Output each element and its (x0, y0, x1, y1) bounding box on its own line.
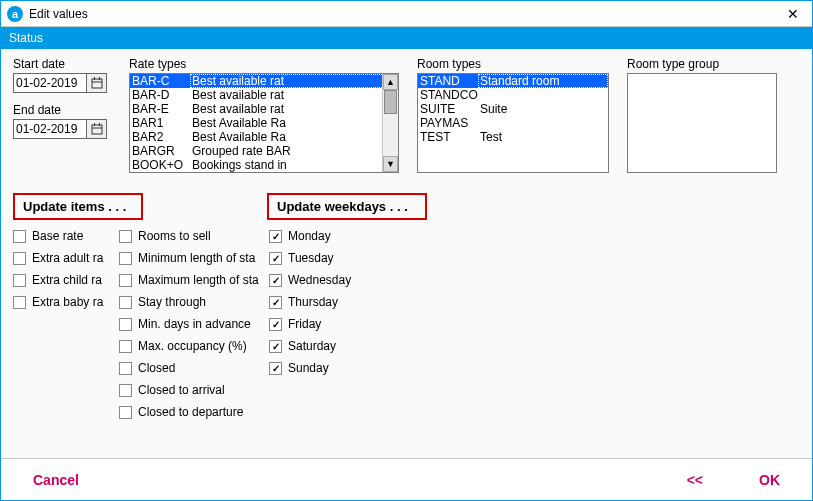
checkbox[interactable] (13, 252, 26, 265)
room-type-row[interactable]: TESTTest (418, 130, 608, 144)
checkbox-label: Max. occupancy (%) (138, 339, 247, 353)
checkbox[interactable] (119, 318, 132, 331)
room-type-row[interactable]: PAYMAS (418, 116, 608, 130)
weekday-item: Tuesday (269, 250, 389, 266)
window: a Edit values ✕ Status Start date End da… (0, 0, 813, 501)
end-date-calendar-icon[interactable] (87, 119, 107, 139)
room-type-row[interactable]: STANDStandard room (418, 74, 608, 88)
scroll-down-icon[interactable]: ▼ (383, 156, 398, 172)
checkbox[interactable] (119, 340, 132, 353)
update-weekdays-heading: Update weekdays . . . (267, 193, 427, 220)
room-type-code: STAND (418, 74, 478, 88)
checkbox[interactable] (269, 340, 282, 353)
status-label: Status (9, 31, 43, 45)
rate-type-row[interactable]: BAR-CBest available rat (130, 74, 398, 88)
room-type-row[interactable]: SUITESuite (418, 102, 608, 116)
checkbox[interactable] (119, 274, 132, 287)
rate-types-column: Rate types BAR-CBest available ratBAR-DB… (129, 57, 399, 173)
room-type-desc: Standard room (478, 74, 608, 88)
update-items-heading: Update items . . . (13, 193, 143, 220)
weekday-item: Wednesday (269, 272, 389, 288)
scroll-up-icon[interactable]: ▲ (383, 74, 398, 90)
rate-type-code: BAR-E (130, 102, 190, 116)
checkbox[interactable] (269, 362, 282, 375)
checkbox-label: Closed (138, 361, 175, 375)
svg-rect-6 (94, 123, 95, 126)
checkbox-label: Wednesday (288, 273, 351, 287)
cancel-button[interactable]: Cancel (25, 468, 87, 492)
start-date-field[interactable] (13, 73, 87, 93)
checkbox-label: Thursday (288, 295, 338, 309)
room-types-listbox[interactable]: STANDStandard roomSTANDCOSUITESuitePAYMA… (417, 73, 609, 173)
checkbox[interactable] (119, 406, 132, 419)
rate-types-listbox[interactable]: BAR-CBest available ratBAR-DBest availab… (129, 73, 399, 173)
checkbox[interactable] (269, 318, 282, 331)
room-type-code: STANDCO (418, 88, 478, 102)
room-type-code: PAYMAS (418, 116, 478, 130)
checkbox[interactable] (119, 384, 132, 397)
update-item-item: Closed to departure (119, 404, 269, 420)
room-type-desc (478, 116, 608, 130)
checkbox-label: Monday (288, 229, 331, 243)
checkbox[interactable] (269, 252, 282, 265)
checkbox[interactable] (269, 296, 282, 309)
rate-type-code: BAR2 (130, 130, 190, 144)
rate-type-code: BAR-D (130, 88, 190, 102)
rate-types-scrollbar[interactable]: ▲ ▼ (382, 74, 398, 172)
rate-type-row[interactable]: BAR1Best Available Ra (130, 116, 398, 130)
titlebar: a Edit values ✕ (1, 1, 812, 27)
update-item-item: Extra baby ra (13, 294, 119, 310)
room-types-column: Room types STANDStandard roomSTANDCOSUIT… (417, 57, 609, 173)
checkbox[interactable] (119, 296, 132, 309)
rate-type-desc: Best Available Ra (190, 116, 398, 130)
checkbox-label: Saturday (288, 339, 336, 353)
ok-button[interactable]: OK (751, 468, 788, 492)
checkbox[interactable] (269, 230, 282, 243)
checkbox[interactable] (13, 296, 26, 309)
svg-rect-4 (92, 125, 102, 134)
room-types-label: Room types (417, 57, 609, 71)
start-date-calendar-icon[interactable] (87, 73, 107, 93)
rate-type-row[interactable]: BAR-DBest available rat (130, 88, 398, 102)
checkbox[interactable] (269, 274, 282, 287)
weekday-item: Monday (269, 228, 389, 244)
checkbox-label: Sunday (288, 361, 329, 375)
rate-type-row[interactable]: BAR-EBest available rat (130, 102, 398, 116)
checkbox[interactable] (119, 252, 132, 265)
svg-rect-7 (99, 123, 100, 126)
items-column-1: Base rateExtra adult raExtra child raExt… (13, 228, 119, 420)
update-item-item: Base rate (13, 228, 119, 244)
checkbox-label: Min. days in advance (138, 317, 251, 331)
room-type-row[interactable]: STANDCO (418, 88, 608, 102)
previous-button[interactable]: << (679, 468, 711, 492)
content: Start date End date Rate types (1, 49, 812, 458)
weekday-item: Thursday (269, 294, 389, 310)
rate-type-code: BARGR (130, 144, 190, 158)
close-icon[interactable]: ✕ (780, 4, 806, 24)
rate-type-desc: Bookings stand in (190, 158, 398, 172)
weekdays-column: MondayTuesdayWednesdayThursdayFridaySatu… (269, 228, 389, 420)
checkbox[interactable] (119, 230, 132, 243)
update-item-item: Min. days in advance (119, 316, 269, 332)
end-date-field[interactable] (13, 119, 87, 139)
checkbox[interactable] (13, 274, 26, 287)
weekday-item: Saturday (269, 338, 389, 354)
rate-type-row[interactable]: BAR2Best Available Ra (130, 130, 398, 144)
checkbox-label: Friday (288, 317, 321, 331)
checkbox-label: Maximum length of sta (138, 273, 259, 287)
checkbox[interactable] (13, 230, 26, 243)
rate-type-row[interactable]: BARGRGrouped rate BAR (130, 144, 398, 158)
date-column: Start date End date (13, 57, 111, 149)
rate-type-row[interactable]: BOOK+OBookings stand in (130, 158, 398, 172)
update-item-item: Extra child ra (13, 272, 119, 288)
scroll-thumb[interactable] (384, 90, 397, 114)
svg-rect-3 (99, 77, 100, 80)
checkbox[interactable] (119, 362, 132, 375)
checkbox-label: Extra adult ra (32, 251, 103, 265)
footer: Cancel << OK (1, 458, 812, 500)
checkbox-label: Closed to departure (138, 405, 243, 419)
room-type-group-listbox[interactable] (627, 73, 777, 173)
checkbox-label: Stay through (138, 295, 206, 309)
checkbox-label: Extra baby ra (32, 295, 103, 309)
room-type-code: TEST (418, 130, 478, 144)
